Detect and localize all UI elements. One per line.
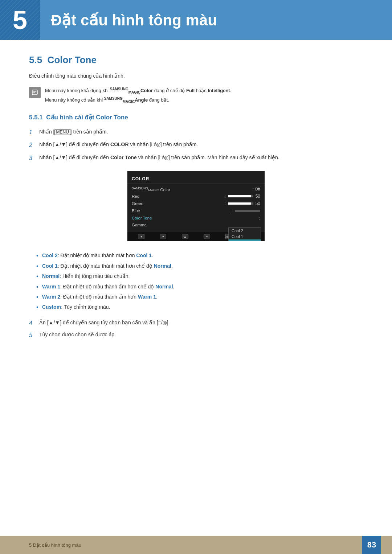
options-list: Cool 2: Đặt nhiệt độ màu thành mát hơn C… — [29, 251, 363, 311]
osd-btn-left: ◄ — [138, 234, 144, 239]
option-normal: Normal: Hiển thị tông màu tiêu chuẩn. — [36, 272, 363, 280]
osd-row-red: Red : 50 — [127, 193, 265, 200]
osd-colon-green: : — [224, 201, 225, 206]
main-content: 5.5 Color Tone Điều chỉnh tông màu chung… — [0, 54, 392, 340]
pencil-icon — [31, 89, 38, 96]
osd-btn-left-icon: ◄ — [138, 234, 144, 239]
osd-label-magic-color: SAMSUNGMAGIC Color — [132, 186, 249, 192]
step-num-1: 1 — [29, 128, 36, 137]
footer-page-number: 83 — [362, 536, 381, 554]
step-text-1: Nhấn [MENU] trên sản phẩm. — [39, 128, 363, 136]
note-lines: Menu này không khả dụng khi SAMSUNGMAGIC… — [45, 86, 231, 105]
osd-btn-up: ▲ — [182, 234, 188, 239]
option-normal-ref1: Normal — [154, 263, 171, 269]
option-custom: Custom: Tùy chỉnh tông màu. — [36, 303, 363, 311]
osd-btn-up-icon: ▲ — [182, 234, 188, 239]
osd-btn-enter-icon: ↵ — [204, 234, 210, 239]
option-cool2-label: Cool 2 — [42, 253, 58, 258]
chapter-number: 5 — [13, 5, 27, 35]
step-num-5: 5 — [29, 331, 36, 340]
osd-bar-green-container: : 50 — [224, 201, 260, 206]
osd-colon-red: : — [224, 194, 225, 199]
option-warm2-label: Warm 2 — [42, 294, 60, 300]
option-cool1: Cool 1: Đặt nhiệt độ màu thành mát hơn c… — [36, 262, 363, 270]
step-2: 2 Nhấn [▲/▼] để di chuyển đến COLOR và n… — [29, 140, 363, 150]
step-text-3: Nhấn [▲/▼] để di chuyển đến Color Tone v… — [39, 153, 363, 161]
section-heading: 5.5 Color Tone — [29, 54, 363, 66]
osd-bar-green — [228, 202, 253, 205]
step-num-2: 2 — [29, 140, 36, 150]
step-1: 1 Nhấn [MENU] trên sản phẩm. — [29, 128, 363, 137]
step-text-5: Tùy chọn được chọn sẽ được áp. — [39, 331, 363, 338]
note-line-1: Menu này không khả dụng khi SAMSUNGMAGIC… — [45, 86, 231, 95]
svg-rect-1 — [32, 90, 37, 94]
monitor-screenshot: COLOR SAMSUNGMAGIC Color : Off Red : 50 — [29, 171, 363, 242]
osd-title: COLOR — [127, 175, 265, 184]
final-steps-list: 4 Ấn [▲/▼] để chuyển sang tùy chọn bạn c… — [29, 319, 363, 340]
menu-key: MENU — [54, 129, 70, 135]
osd-bar-green-fill — [228, 202, 251, 205]
option-cool1-ref: Cool 1 — [136, 253, 152, 258]
osd-bar-red-fill — [228, 195, 251, 197]
footer-text: 5 Đặt cấu hình tông màu — [29, 542, 81, 548]
option-warm1-label: Warm 1 — [42, 284, 60, 290]
osd-colon-blue: : — [232, 208, 233, 213]
note-box: Menu này không khả dụng khi SAMSUNGMAGIC… — [29, 86, 363, 105]
option-warm2: Warm 2: Đặt nhiệt độ màu thành ấm hơn Wa… — [36, 293, 363, 301]
osd-label-green: Green — [132, 201, 221, 206]
subsection-heading: 5.5.1 Cấu hình cài đặt Color Tone — [29, 114, 363, 121]
option-warm1-ref: Warm 1 — [138, 294, 156, 300]
option-custom-label: Custom — [42, 304, 61, 310]
osd-display: COLOR SAMSUNGMAGIC Color : Off Red : 50 — [127, 171, 265, 242]
option-cool1-label: Cool 1 — [42, 263, 58, 269]
osd-label-blue: Blue — [132, 209, 229, 213]
step-5: 5 Tùy chọn được chọn sẽ được áp. — [29, 331, 363, 340]
osd-label-color-tone: Color Tone — [132, 216, 256, 220]
osd-value-red: 50 — [256, 194, 260, 199]
step-text-4: Ấn [▲/▼] để chuyển sang tùy chọn bạn cần… — [39, 319, 363, 327]
osd-colon-color-tone: : — [259, 216, 260, 221]
osd-row-green: Green : 50 — [127, 200, 265, 207]
osd-label-gamma: Gamma — [132, 223, 260, 227]
osd-row-magic-color: SAMSUNGMAGIC Color : Off — [127, 185, 265, 193]
page-footer: 5 Đặt cấu hình tông màu 83 — [0, 536, 392, 554]
osd-value-magic-color: : Off — [252, 187, 260, 191]
osd-bar-red — [228, 195, 253, 197]
osd-bar-blue-container: : — [232, 208, 260, 213]
step-4: 4 Ấn [▲/▼] để chuyển sang tùy chọn bạn c… — [29, 319, 363, 328]
step-text-2: Nhấn [▲/▼] để di chuyển đến COLOR và nhấ… — [39, 140, 363, 148]
chapter-header: 5 Đặt cấu hình tông màu — [0, 0, 392, 40]
osd-bar-red-container: : 50 — [224, 194, 260, 199]
option-normal-ref2: Normal — [155, 284, 173, 290]
osd-value-green: 50 — [256, 201, 260, 206]
osd-bar-blue — [235, 210, 260, 212]
osd-submenu-normal: Normal — [229, 239, 261, 241]
note-icon — [29, 87, 41, 98]
steps-list: 1 Nhấn [MENU] trên sản phẩm. 2 Nhấn [▲/▼… — [29, 128, 363, 163]
option-warm1: Warm 1: Đặt nhiệt độ màu thành ấm hơn ch… — [36, 283, 363, 291]
note-line-2: Menu này không có sẵn khi SAMSUNGMAGICAn… — [45, 95, 231, 105]
option-cool2: Cool 2: Đặt nhiệt độ màu thành mát hơn C… — [36, 251, 363, 259]
osd-btn-down: ▼ — [160, 234, 166, 239]
section-description: Điều chỉnh tông màu chung của hình ảnh. — [29, 73, 363, 79]
chapter-number-box: 5 — [0, 0, 40, 40]
osd-submenu: Cool 2 Cool 1 Normal Warm 1 Warm 2 Custo… — [228, 227, 261, 241]
step-num-3: 3 — [29, 153, 36, 163]
osd-submenu-cool1: Cool 1 — [229, 234, 261, 239]
option-normal-label: Normal — [42, 273, 60, 279]
osd-submenu-cool2: Cool 2 — [229, 228, 261, 234]
osd-menu: COLOR SAMSUNGMAGIC Color : Off Red : 50 — [127, 171, 265, 232]
step-3: 3 Nhấn [▲/▼] để di chuyển đến Color Tone… — [29, 153, 363, 163]
osd-btn-down-icon: ▼ — [160, 234, 166, 239]
osd-row-color-tone: Color Tone : — [127, 214, 265, 222]
step-num-4: 4 — [29, 319, 36, 328]
osd-label-red: Red — [132, 194, 221, 198]
osd-row-blue: Blue : Cool 2 Cool 1 Normal Warm 1 Warm … — [127, 207, 265, 214]
osd-btn-enter: ↵ — [204, 234, 210, 239]
chapter-title: Đặt cấu hình tông màu — [40, 11, 217, 29]
